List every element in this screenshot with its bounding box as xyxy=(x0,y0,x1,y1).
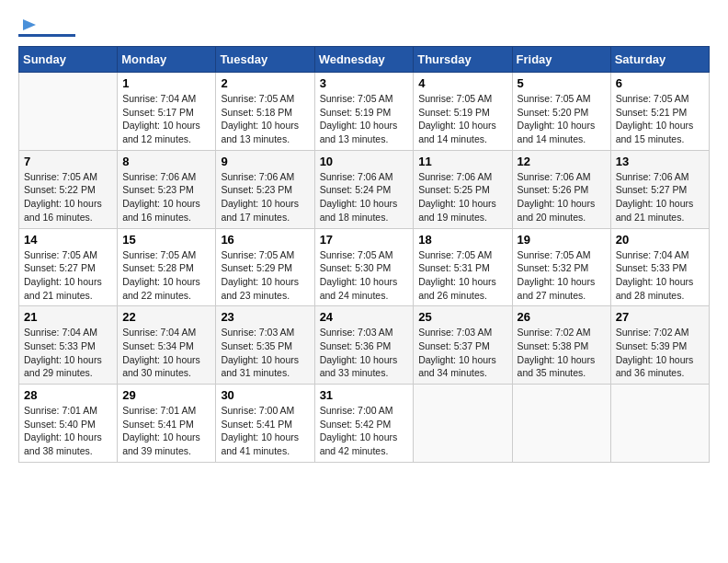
calendar-cell: 31Sunrise: 7:00 AMSunset: 5:42 PMDayligh… xyxy=(314,385,414,463)
logo-underline xyxy=(18,34,75,37)
day-number: 15 xyxy=(122,233,210,247)
day-info: Sunrise: 7:02 AMSunset: 5:39 PMDaylight:… xyxy=(616,326,704,380)
day-number: 16 xyxy=(221,233,309,247)
day-info: Sunrise: 7:05 AMSunset: 5:21 PMDaylight:… xyxy=(616,92,704,146)
day-number: 25 xyxy=(418,310,506,324)
day-info: Sunrise: 7:03 AMSunset: 5:35 PMDaylight:… xyxy=(221,326,309,380)
calendar-cell: 3Sunrise: 7:05 AMSunset: 5:19 PMDaylight… xyxy=(314,73,414,151)
weekday-header-sunday: Sunday xyxy=(19,47,118,73)
day-number: 12 xyxy=(518,155,606,168)
page-header xyxy=(18,18,710,37)
day-info: Sunrise: 7:05 AMSunset: 5:19 PMDaylight:… xyxy=(418,92,506,146)
calendar-cell: 10Sunrise: 7:06 AMSunset: 5:24 PMDayligh… xyxy=(314,150,414,228)
calendar-table: SundayMondayTuesdayWednesdayThursdayFrid… xyxy=(18,46,710,463)
day-number: 1 xyxy=(122,76,210,90)
weekday-header-friday: Friday xyxy=(512,47,610,73)
calendar-cell: 23Sunrise: 7:03 AMSunset: 5:35 PMDayligh… xyxy=(216,306,314,385)
day-info: Sunrise: 7:01 AMSunset: 5:40 PMDaylight:… xyxy=(24,404,112,458)
day-number: 13 xyxy=(616,155,704,168)
calendar-cell: 24Sunrise: 7:03 AMSunset: 5:36 PMDayligh… xyxy=(314,306,414,385)
day-number: 10 xyxy=(320,155,409,168)
weekday-header-wednesday: Wednesday xyxy=(314,47,414,73)
day-number: 3 xyxy=(320,76,409,90)
calendar-cell: 20Sunrise: 7:04 AMSunset: 5:33 PMDayligh… xyxy=(610,228,709,306)
day-number: 5 xyxy=(518,76,606,90)
day-info: Sunrise: 7:05 AMSunset: 5:28 PMDaylight:… xyxy=(122,248,210,303)
day-number: 21 xyxy=(24,310,112,324)
calendar-cell: 15Sunrise: 7:05 AMSunset: 5:28 PMDayligh… xyxy=(118,228,216,306)
logo-text-block xyxy=(18,18,75,37)
calendar-cell: 2Sunrise: 7:05 AMSunset: 5:18 PMDaylight… xyxy=(216,73,314,151)
day-number: 9 xyxy=(221,155,309,168)
day-number: 30 xyxy=(221,388,309,402)
day-number: 4 xyxy=(418,76,506,90)
calendar-cell: 6Sunrise: 7:05 AMSunset: 5:21 PMDaylight… xyxy=(610,73,709,151)
logo-arrow-icon xyxy=(21,17,38,33)
day-number: 27 xyxy=(616,310,704,324)
day-number: 20 xyxy=(616,233,704,247)
calendar-cell: 25Sunrise: 7:03 AMSunset: 5:37 PMDayligh… xyxy=(414,306,512,385)
calendar-cell: 30Sunrise: 7:00 AMSunset: 5:41 PMDayligh… xyxy=(216,385,314,463)
day-info: Sunrise: 7:03 AMSunset: 5:36 PMDaylight:… xyxy=(320,326,409,380)
day-number: 23 xyxy=(221,310,309,324)
day-number: 31 xyxy=(320,388,409,402)
day-number: 6 xyxy=(616,76,704,90)
weekday-header-monday: Monday xyxy=(118,47,216,73)
day-info: Sunrise: 7:05 AMSunset: 5:27 PMDaylight:… xyxy=(24,248,112,303)
weekday-header-row: SundayMondayTuesdayWednesdayThursdayFrid… xyxy=(19,47,710,73)
day-number: 24 xyxy=(320,310,409,324)
weekday-header-saturday: Saturday xyxy=(610,47,709,73)
logo xyxy=(18,18,75,37)
calendar-week-row: 21Sunrise: 7:04 AMSunset: 5:33 PMDayligh… xyxy=(19,306,710,385)
day-info: Sunrise: 7:00 AMSunset: 5:41 PMDaylight:… xyxy=(221,404,309,458)
weekday-header-tuesday: Tuesday xyxy=(216,47,314,73)
day-info: Sunrise: 7:04 AMSunset: 5:33 PMDaylight:… xyxy=(616,248,704,303)
calendar-cell: 1Sunrise: 7:04 AMSunset: 5:17 PMDaylight… xyxy=(118,73,216,151)
day-number: 18 xyxy=(418,233,506,247)
day-number: 26 xyxy=(518,310,606,324)
calendar-cell: 7Sunrise: 7:05 AMSunset: 5:22 PMDaylight… xyxy=(19,150,118,228)
day-number: 29 xyxy=(122,388,210,402)
calendar-week-row: 14Sunrise: 7:05 AMSunset: 5:27 PMDayligh… xyxy=(19,228,710,306)
calendar-cell: 8Sunrise: 7:06 AMSunset: 5:23 PMDaylight… xyxy=(118,150,216,228)
day-info: Sunrise: 7:00 AMSunset: 5:42 PMDaylight:… xyxy=(320,404,409,458)
calendar-week-row: 7Sunrise: 7:05 AMSunset: 5:22 PMDaylight… xyxy=(19,150,710,228)
day-number: 28 xyxy=(24,388,112,402)
calendar-cell: 21Sunrise: 7:04 AMSunset: 5:33 PMDayligh… xyxy=(19,306,118,385)
day-number: 14 xyxy=(24,233,112,247)
day-info: Sunrise: 7:05 AMSunset: 5:20 PMDaylight:… xyxy=(518,92,606,146)
day-info: Sunrise: 7:02 AMSunset: 5:38 PMDaylight:… xyxy=(518,326,606,380)
calendar-cell xyxy=(512,385,610,463)
calendar-cell: 9Sunrise: 7:06 AMSunset: 5:23 PMDaylight… xyxy=(216,150,314,228)
day-info: Sunrise: 7:06 AMSunset: 5:23 PMDaylight:… xyxy=(122,170,210,224)
calendar-cell xyxy=(19,73,118,151)
day-info: Sunrise: 7:06 AMSunset: 5:26 PMDaylight:… xyxy=(518,170,606,224)
calendar-cell: 28Sunrise: 7:01 AMSunset: 5:40 PMDayligh… xyxy=(19,385,118,463)
calendar-cell: 5Sunrise: 7:05 AMSunset: 5:20 PMDaylight… xyxy=(512,73,610,151)
day-info: Sunrise: 7:01 AMSunset: 5:41 PMDaylight:… xyxy=(122,404,210,458)
calendar-cell: 11Sunrise: 7:06 AMSunset: 5:25 PMDayligh… xyxy=(414,150,512,228)
day-info: Sunrise: 7:06 AMSunset: 5:23 PMDaylight:… xyxy=(221,170,309,224)
calendar-week-row: 1Sunrise: 7:04 AMSunset: 5:17 PMDaylight… xyxy=(19,73,710,151)
calendar-cell: 18Sunrise: 7:05 AMSunset: 5:31 PMDayligh… xyxy=(414,228,512,306)
day-info: Sunrise: 7:06 AMSunset: 5:27 PMDaylight:… xyxy=(616,170,704,224)
day-info: Sunrise: 7:06 AMSunset: 5:25 PMDaylight:… xyxy=(418,170,506,224)
day-info: Sunrise: 7:05 AMSunset: 5:29 PMDaylight:… xyxy=(221,248,309,303)
day-info: Sunrise: 7:05 AMSunset: 5:31 PMDaylight:… xyxy=(418,248,506,303)
day-number: 17 xyxy=(320,233,409,247)
day-info: Sunrise: 7:04 AMSunset: 5:34 PMDaylight:… xyxy=(122,326,210,380)
day-info: Sunrise: 7:04 AMSunset: 5:33 PMDaylight:… xyxy=(24,326,112,380)
day-info: Sunrise: 7:05 AMSunset: 5:30 PMDaylight:… xyxy=(320,248,409,303)
day-number: 19 xyxy=(518,233,606,247)
calendar-cell: 29Sunrise: 7:01 AMSunset: 5:41 PMDayligh… xyxy=(118,385,216,463)
calendar-cell: 16Sunrise: 7:05 AMSunset: 5:29 PMDayligh… xyxy=(216,228,314,306)
day-info: Sunrise: 7:04 AMSunset: 5:17 PMDaylight:… xyxy=(122,92,210,146)
calendar-cell: 19Sunrise: 7:05 AMSunset: 5:32 PMDayligh… xyxy=(512,228,610,306)
svg-marker-0 xyxy=(23,19,36,30)
day-info: Sunrise: 7:05 AMSunset: 5:32 PMDaylight:… xyxy=(518,248,606,303)
day-number: 22 xyxy=(122,310,210,324)
day-info: Sunrise: 7:05 AMSunset: 5:19 PMDaylight:… xyxy=(320,92,409,146)
calendar-cell: 12Sunrise: 7:06 AMSunset: 5:26 PMDayligh… xyxy=(512,150,610,228)
day-number: 7 xyxy=(24,155,112,168)
calendar-cell: 22Sunrise: 7:04 AMSunset: 5:34 PMDayligh… xyxy=(118,306,216,385)
